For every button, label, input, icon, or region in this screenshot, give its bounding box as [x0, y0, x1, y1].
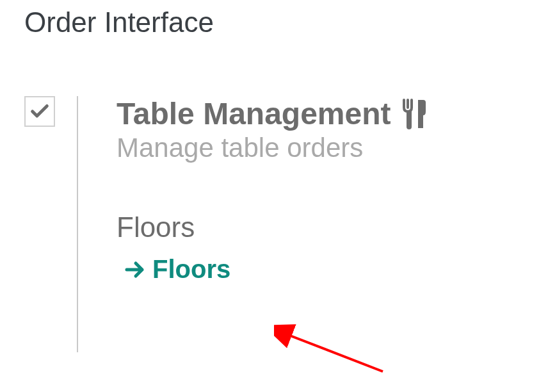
floors-link-label: Floors: [152, 255, 230, 284]
cutlery-icon: [400, 99, 428, 129]
vertical-divider: [77, 96, 78, 352]
section-title: Order Interface: [24, 6, 548, 38]
setting-title: Table Management: [117, 96, 391, 131]
subsection-title: Floors: [117, 211, 548, 243]
floors-subsection: Floors Floors: [117, 211, 548, 284]
arrow-right-icon: [124, 260, 146, 279]
setting-row: Table Management Manage table orders Flo…: [24, 96, 548, 352]
setting-subtitle: Manage table orders: [117, 133, 548, 163]
table-management-checkbox[interactable]: [24, 96, 55, 127]
check-icon: [29, 101, 51, 122]
floors-link[interactable]: Floors: [124, 255, 548, 284]
setting-content: Table Management Manage table orders Flo…: [117, 96, 548, 284]
setting-title-row: Table Management: [117, 96, 548, 131]
